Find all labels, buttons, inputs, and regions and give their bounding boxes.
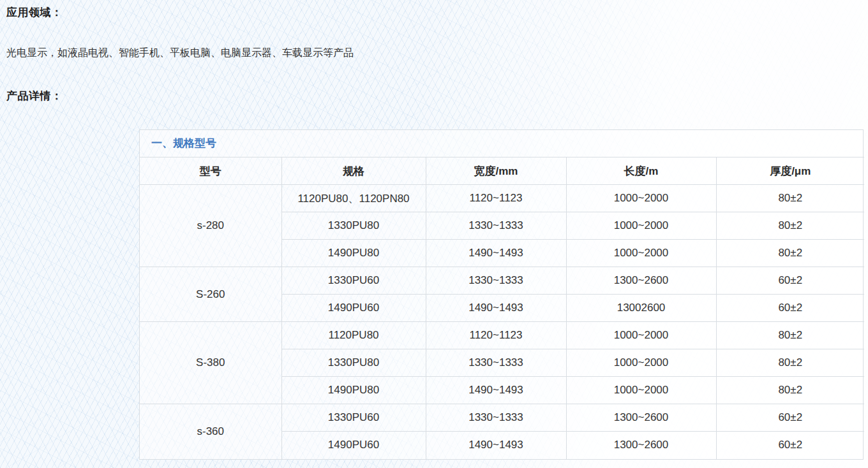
thickness-cell: 80±2 [716, 322, 864, 349]
thickness-cell: 80±2 [716, 377, 864, 404]
spec-cell: 1490PU80 [281, 377, 426, 404]
width-cell: 1120~1123 [426, 322, 566, 349]
table-row: s-2801120PU80、1120PN801120~11231000~2000… [140, 185, 864, 212]
width-cell: 1330~1333 [426, 404, 566, 432]
width-cell: 1330~1333 [426, 267, 566, 295]
thickness-cell: 60±2 [716, 295, 864, 322]
length-cell: 1000~2000 [566, 240, 716, 267]
spec-cell: 1120PU80 [281, 322, 426, 349]
spec-cell: 1490PU60 [281, 295, 426, 322]
length-cell: 1000~2000 [566, 185, 716, 212]
spec-cell: 1490PU60 [281, 432, 426, 459]
width-cell: 1330~1333 [426, 212, 566, 240]
model-cell: s-280 [140, 185, 281, 267]
width-cell: 1330~1333 [426, 349, 566, 377]
thickness-cell: 80±2 [716, 240, 864, 267]
product-detail-page: 应用领域： 光电显示，如液晶电视、智能手机、平板电脑、电脑显示器、车载显示等产品… [0, 0, 868, 468]
table-row: s-3601330PU601330~13331300~260060±2 [140, 404, 864, 432]
spec-table-title: 一、规格型号 [140, 130, 863, 157]
spec-table-body: s-2801120PU80、1120PN801120~11231000~2000… [140, 185, 864, 459]
model-cell: s-360 [140, 404, 281, 459]
column-header: 宽度/mm [426, 157, 566, 185]
spec-cell: 1120PU80、1120PN80 [281, 185, 426, 212]
thickness-cell: 60±2 [716, 404, 864, 432]
thickness-cell: 80±2 [716, 349, 864, 377]
header-row: 型号规格宽度/mm长度/m厚度/μm [140, 157, 864, 185]
application-areas-heading: 应用领域： [6, 5, 63, 20]
length-cell: 1000~2000 [566, 377, 716, 404]
length-cell: 1000~2000 [566, 212, 716, 240]
width-cell: 1490~1493 [426, 240, 566, 267]
application-areas-text: 光电显示，如液晶电视、智能手机、平板电脑、电脑显示器、车载显示等产品 [6, 47, 354, 60]
spec-cell: 1490PU80 [281, 240, 426, 267]
thickness-cell: 80±2 [716, 212, 864, 240]
length-cell: 13002600 [566, 295, 716, 322]
spec-table-head: 型号规格宽度/mm长度/m厚度/μm [140, 157, 864, 185]
column-header: 型号 [140, 157, 281, 185]
model-cell: S-380 [140, 322, 281, 404]
column-header: 厚度/μm [716, 157, 864, 185]
table-row: S-3801120PU801120~11231000~200080±2 [140, 322, 864, 349]
length-cell: 1300~2600 [566, 267, 716, 295]
column-header: 长度/m [566, 157, 716, 185]
table-row: S-2601330PU601330~13331300~260060±2 [140, 267, 864, 295]
spec-table: 型号规格宽度/mm长度/m厚度/μm s-2801120PU80、1120PN8… [140, 157, 864, 459]
length-cell: 1000~2000 [566, 349, 716, 377]
width-cell: 1120~1123 [426, 185, 566, 212]
thickness-cell: 60±2 [716, 267, 864, 295]
length-cell: 1300~2600 [566, 404, 716, 432]
model-cell: S-260 [140, 267, 281, 322]
thickness-cell: 60±2 [716, 432, 864, 459]
width-cell: 1490~1493 [426, 377, 566, 404]
spec-cell: 1330PU60 [281, 267, 426, 295]
product-details-heading: 产品详情： [6, 89, 63, 103]
column-header: 规格 [281, 157, 426, 185]
length-cell: 1300~2600 [566, 432, 716, 459]
width-cell: 1490~1493 [426, 295, 566, 322]
spec-cell: 1330PU80 [281, 212, 426, 240]
spec-panel: 一、规格型号 型号规格宽度/mm长度/m厚度/μm s-2801120PU80、… [139, 129, 864, 460]
width-cell: 1490~1493 [426, 432, 566, 459]
spec-cell: 1330PU80 [281, 349, 426, 377]
length-cell: 1000~2000 [566, 322, 716, 349]
spec-cell: 1330PU60 [281, 404, 426, 432]
thickness-cell: 80±2 [716, 185, 864, 212]
